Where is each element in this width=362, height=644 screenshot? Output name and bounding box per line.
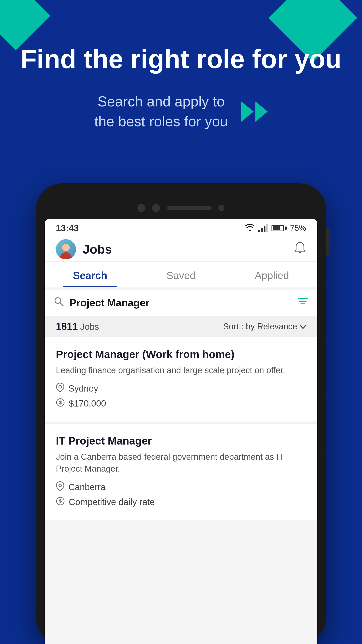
job-location: Canberra: [56, 481, 306, 493]
svg-point-0: [249, 230, 251, 231]
phone-body: 13:43: [36, 183, 326, 644]
camera-lens-2: [152, 204, 160, 212]
search-icon: [54, 296, 64, 309]
svg-point-9: [59, 484, 61, 487]
chevron-down-icon: [300, 322, 306, 331]
phone-mockup: 13:43: [36, 183, 326, 644]
salary-icon: $: [56, 398, 65, 409]
avatar-person: [59, 244, 73, 260]
job-salary-text: Competitive daily rate: [69, 497, 155, 507]
job-title: Project Manager (Work from home): [56, 348, 306, 360]
job-salary-text: $170,000: [69, 398, 106, 408]
arrow-right-icon-1: [241, 102, 254, 122]
double-arrow-icon: [241, 102, 268, 122]
battery-tip: [285, 226, 287, 230]
job-title: IT Project Manager: [56, 435, 306, 447]
status-bar: 13:43: [45, 219, 317, 237]
job-description: Join a Canberra based federal government…: [56, 451, 306, 475]
results-bar: 1811 Jobs Sort : by Relevance: [45, 316, 317, 337]
camera-lens-1: [137, 204, 145, 212]
filter-button[interactable]: [288, 290, 317, 316]
wifi-icon: [245, 223, 255, 233]
avatar: [56, 239, 76, 260]
tab-saved[interactable]: Saved: [136, 262, 227, 287]
app-header: Jobs: [45, 237, 317, 262]
search-input-area[interactable]: Project Manager: [45, 290, 288, 315]
battery-percent: 75%: [290, 224, 306, 233]
tab-search[interactable]: Search: [45, 262, 136, 287]
sort-selector[interactable]: Sort : by Relevance: [223, 322, 306, 332]
signal-bar-1: [258, 230, 260, 232]
avatar-head: [62, 244, 70, 251]
svg-text:$: $: [59, 498, 62, 504]
search-bar: Project Manager: [45, 290, 317, 316]
job-description: Leading finance organisation and large s…: [56, 364, 306, 376]
job-card[interactable]: Project Manager (Work from home) Leading…: [45, 337, 317, 422]
tab-applied[interactable]: Applied: [226, 262, 317, 287]
avatar-face: [56, 239, 76, 260]
phone-side-button: [326, 228, 330, 255]
job-list: Project Manager (Work from home) Leading…: [45, 337, 317, 520]
corner-decoration-tl: [0, 0, 50, 50]
speaker-bar: [167, 206, 212, 210]
phone-notch: [45, 197, 317, 219]
camera-lens-3: [218, 205, 225, 211]
phone-screen: 13:43: [45, 219, 317, 644]
salary-icon: $: [56, 497, 65, 508]
signal-bar-3: [264, 226, 266, 232]
job-location: Sydney: [56, 382, 306, 394]
nav-tabs: Search Saved Applied: [45, 262, 317, 287]
svg-line-2: [60, 303, 63, 306]
filter-icon: [297, 296, 308, 310]
arrow-right-icon-2: [255, 102, 268, 122]
results-count: 1811 Jobs: [56, 321, 99, 332]
search-query: Project Manager: [69, 297, 149, 309]
battery-body: [272, 225, 284, 231]
battery-fill: [273, 226, 281, 230]
status-time: 13:43: [56, 223, 79, 233]
location-icon: [56, 481, 64, 493]
avatar-body: [60, 252, 72, 260]
svg-point-6: [59, 386, 61, 388]
app-title: Jobs: [83, 242, 112, 256]
job-salary: $ Competitive daily rate: [56, 497, 306, 508]
bell-icon[interactable]: [294, 241, 306, 258]
hero-subtitle-line1: Search and apply to: [94, 92, 228, 112]
battery-icon: [272, 225, 287, 231]
hero-section: Find the right role for you Search and a…: [0, 45, 362, 132]
hero-title: Find the right role for you: [18, 45, 344, 74]
job-location-text: Canberra: [68, 482, 106, 492]
signal-bar-2: [261, 228, 263, 232]
status-icons: 75%: [245, 223, 306, 233]
header-left: Jobs: [56, 239, 112, 260]
job-salary: $ $170,000: [56, 398, 306, 409]
hero-subtitle-line2: the best roles for you: [94, 112, 228, 132]
job-location-text: Sydney: [68, 384, 98, 394]
svg-text:$: $: [59, 400, 62, 405]
job-card[interactable]: IT Project Manager Join a Canberra based…: [45, 424, 317, 520]
signal-icon: [258, 224, 268, 232]
location-icon: [56, 382, 64, 394]
signal-bar-4: [266, 224, 268, 232]
